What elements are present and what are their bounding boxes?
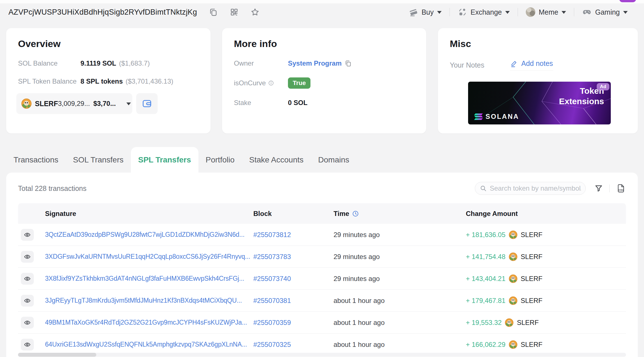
time-cell: about 1 hour ago bbox=[334, 297, 466, 305]
table-row: 3XDGFswJvKaURNTMvsUuRE1qqH2CqqLp8oxcCS6J… bbox=[18, 246, 626, 268]
qr-code-icon[interactable] bbox=[229, 7, 239, 17]
promo-pill bbox=[619, 0, 636, 2]
sol-balance-label: SOL Balance bbox=[18, 59, 80, 67]
time-cell: about 1 hour ago bbox=[334, 319, 466, 327]
block-link[interactable]: #255073812 bbox=[253, 231, 334, 239]
isoncurve-badge: True bbox=[288, 77, 310, 89]
signature-link[interactable]: 3XDGFswJvKaURNTMvsUuRE1qqH2CqqLp8oxcCS6J… bbox=[45, 253, 253, 260]
nav-meme[interactable]: Meme bbox=[518, 7, 574, 17]
filter-icon bbox=[594, 184, 603, 193]
tab-domains[interactable]: Domains bbox=[311, 147, 356, 173]
block-link[interactable]: #255070381 bbox=[253, 297, 334, 305]
preview-eye-button[interactable] bbox=[21, 229, 34, 241]
search-input[interactable] bbox=[490, 184, 581, 192]
nav-gaming[interactable]: Gaming bbox=[574, 7, 636, 17]
copy-owner-icon[interactable] bbox=[345, 60, 352, 67]
preview-eye-button[interactable] bbox=[21, 339, 34, 351]
block-link[interactable]: #255070359 bbox=[253, 319, 334, 327]
block-link[interactable]: #255073783 bbox=[253, 253, 334, 261]
change-amount-cell: + 181,636.05 SLERF bbox=[466, 231, 626, 239]
stake-value: 0 SOL bbox=[288, 99, 307, 107]
token-selector[interactable]: SLERF 3,009,29... $3,70... bbox=[16, 93, 132, 114]
tab-bar: Transactions SOL Transfers SPL Transfers… bbox=[6, 147, 357, 173]
table-row: 3QctZEaAtD39ozdpBPSWg9U28fwtC7wjLGD1dZDK… bbox=[18, 224, 626, 246]
signature-link[interactable]: 3QctZEaAtD39ozdpBPSWg9U28fwtC7wjLGD1dZDK… bbox=[45, 231, 253, 238]
export-csv-button[interactable] bbox=[616, 183, 626, 193]
ad-banner[interactable]: Token Extensions Ad SOLANA bbox=[468, 82, 611, 124]
time-cell: 29 minutes ago bbox=[334, 275, 466, 283]
swap-icon bbox=[458, 7, 467, 17]
slerf-token-icon bbox=[509, 231, 517, 239]
change-amount-cell: + 179,467.81 SLERF bbox=[466, 296, 626, 305]
table-row: 49BM1MTaXoGK5r4RdTdj2GZ52G21Gvp9mcJCYPH4… bbox=[18, 312, 626, 334]
sol-balance-usd: ($1,683.7) bbox=[119, 59, 150, 67]
slerf-token-icon bbox=[509, 275, 517, 283]
clock-icon[interactable] bbox=[352, 210, 359, 217]
eye-icon bbox=[24, 297, 31, 304]
preview-eye-button[interactable] bbox=[21, 273, 34, 285]
signature-link[interactable]: 64UxriGE13sdWxgU2SsfqENQFNLk5Amphgtkzvpq… bbox=[45, 341, 253, 348]
chevron-down-icon bbox=[562, 11, 566, 14]
preview-eye-button[interactable] bbox=[21, 251, 34, 263]
info-icon[interactable] bbox=[268, 80, 274, 86]
misc-title: Misc bbox=[438, 28, 638, 49]
gamepad-icon bbox=[582, 7, 592, 17]
preview-eye-button[interactable] bbox=[21, 295, 34, 307]
col-change-amount: Change Amount bbox=[466, 210, 626, 218]
spl-transfers-panel: Total 228 transactions Signature Block T… bbox=[6, 173, 638, 357]
nav-meme-label: Meme bbox=[539, 8, 558, 16]
slerf-token-icon bbox=[505, 318, 513, 327]
tab-portfolio[interactable]: Portfolio bbox=[198, 147, 242, 173]
block-link[interactable]: #255070325 bbox=[253, 341, 334, 349]
signature-link[interactable]: 3JgREyyTLgTJ8mKrdu3jvm5tMfdJMuHnz1Kf3nBX… bbox=[45, 297, 253, 304]
credit-card-icon bbox=[409, 7, 418, 17]
change-amount-cell: + 141,754.48 SLERF bbox=[466, 253, 626, 261]
portfolio-wallet-button[interactable] bbox=[136, 93, 158, 114]
favorite-star-icon[interactable] bbox=[250, 7, 260, 17]
block-link[interactable]: #255073740 bbox=[253, 275, 334, 283]
preview-eye-button[interactable] bbox=[21, 317, 34, 329]
signature-link[interactable]: 3X8fJixf9YZsTkhbkm3GdAT4nNGLgf3faFuHMXB6… bbox=[45, 275, 253, 282]
tab-transactions[interactable]: Transactions bbox=[6, 147, 66, 173]
tab-stake-accounts[interactable]: Stake Accounts bbox=[242, 147, 311, 173]
spl-balance-value: 8 SPL tokens bbox=[80, 77, 123, 85]
table-row: 3X8fJixf9YZsTkhbkm3GdAT4nNGLgf3faFuHMXB6… bbox=[18, 268, 626, 290]
doge-icon bbox=[526, 7, 535, 17]
signature-link[interactable]: 49BM1MTaXoGK5r4RdTdj2GZ52G21Gvp9mcJCYPH4… bbox=[45, 319, 253, 326]
pencil-icon bbox=[510, 60, 518, 68]
token-usd-value: $3,70... bbox=[93, 100, 116, 108]
scrollbar-thumb[interactable] bbox=[18, 353, 96, 357]
chevron-down-icon bbox=[126, 102, 131, 105]
eye-icon bbox=[24, 231, 31, 238]
owner-label: Owner bbox=[234, 59, 288, 67]
slerf-token-icon bbox=[509, 340, 517, 349]
copy-address-icon[interactable] bbox=[208, 7, 218, 17]
change-amount-cell: + 19,553.32 SLERF bbox=[466, 318, 626, 327]
spl-balance-label: SPL Token Balance bbox=[18, 77, 80, 85]
your-notes-label: Your Notes bbox=[450, 61, 510, 69]
nav-buy[interactable]: Buy bbox=[401, 7, 450, 17]
chevron-down-icon bbox=[623, 11, 628, 14]
overview-title: Overview bbox=[6, 28, 211, 49]
tab-sol-transfers[interactable]: SOL Transfers bbox=[66, 147, 131, 173]
search-icon bbox=[480, 185, 487, 192]
add-notes-button[interactable]: Add notes bbox=[510, 59, 553, 71]
table-header: Signature Block Time Change Amount bbox=[18, 203, 626, 224]
spl-balance-usd: ($3,701,436.13) bbox=[126, 77, 173, 85]
filter-button[interactable] bbox=[594, 184, 603, 193]
eye-icon bbox=[24, 341, 31, 348]
solana-wordmark: SOLANA bbox=[486, 113, 519, 121]
change-amount-cell: + 143,404.21 SLERF bbox=[466, 275, 626, 283]
slerf-token-icon bbox=[21, 99, 32, 109]
eye-icon bbox=[24, 319, 31, 326]
header: AZVPcjWUSP3UHiXdBdhHjqSigb2RYvfDBimtTNkt… bbox=[0, 3, 644, 21]
horizontal-scrollbar bbox=[18, 353, 626, 357]
more-info-card: More info Owner System Program isOnCurve… bbox=[222, 28, 426, 133]
token-amount: 3,009,29... bbox=[58, 100, 90, 108]
tab-spl-transfers[interactable]: SPL Transfers bbox=[131, 147, 198, 173]
owner-link[interactable]: System Program bbox=[288, 59, 342, 67]
misc-card: Misc Your Notes Add notes Token Extensio… bbox=[438, 28, 638, 133]
col-signature: Signature bbox=[45, 210, 253, 218]
nav-exchange[interactable]: Exchange bbox=[450, 7, 518, 17]
slerf-token-icon bbox=[509, 253, 517, 261]
